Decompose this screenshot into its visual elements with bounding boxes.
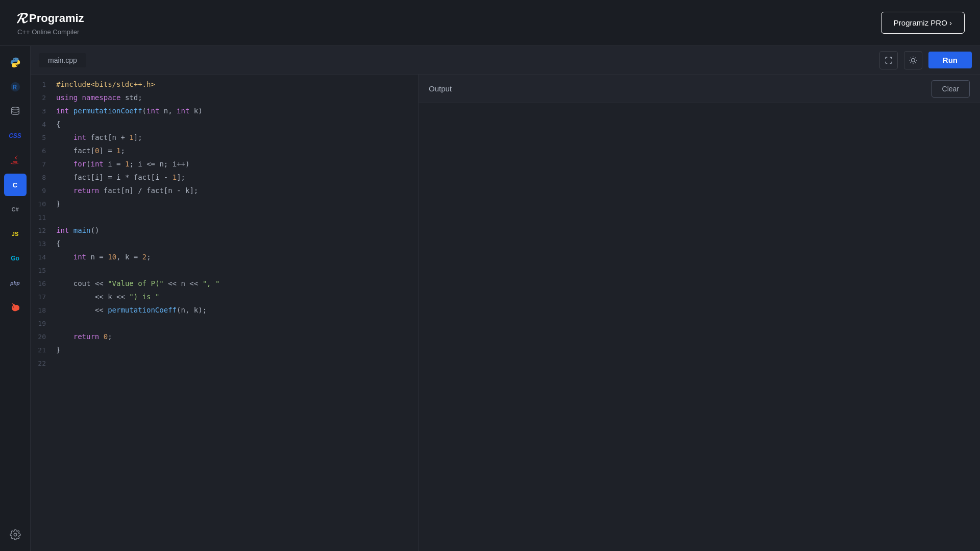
output-panel: Output Clear: [419, 75, 980, 551]
svg-point-3: [911, 58, 915, 62]
svg-text:R: R: [12, 84, 17, 91]
python-icon: [10, 57, 21, 68]
code-line-1: 1 #include<bits/stdc++.h>: [31, 80, 418, 93]
sidebar-item-python[interactable]: [4, 51, 27, 74]
sidebar-item-php[interactable]: php: [4, 272, 27, 294]
database-icon: [10, 106, 21, 117]
gear-icon: [10, 529, 21, 540]
sidebar-item-r[interactable]: R: [4, 76, 27, 98]
code-line-20: 20 return 0;: [31, 332, 418, 345]
code-line-21: 21 }: [31, 345, 418, 358]
sidebar: R CSS C C: [0, 46, 31, 551]
sidebar-item-js[interactable]: JS: [4, 223, 27, 245]
sidebar-item-go[interactable]: Go: [4, 247, 27, 270]
swift-icon: [10, 302, 21, 313]
code-line-7: 7 for(int i = 1; i <= n; i++): [31, 159, 418, 173]
sidebar-item-cpp[interactable]: C: [4, 174, 27, 196]
logo-area: 𝓡 Programiz C++ Online Compiler: [15, 10, 84, 36]
sidebar-item-settings[interactable]: [4, 523, 27, 546]
editor-area: main.cpp Run 1 #incl: [31, 46, 980, 551]
code-line-16: 16 cout << "Value of P(" << n << ", ": [31, 279, 418, 292]
code-line-13: 13 {: [31, 239, 418, 252]
go-label: Go: [11, 255, 19, 262]
js-label: JS: [12, 231, 18, 237]
php-label: php: [10, 280, 19, 286]
code-line-8: 8 fact[i] = i * fact[i - 1];: [31, 173, 418, 186]
code-line-11: 11: [31, 212, 418, 226]
code-line-18: 18 << permutationCoeff(n, k);: [31, 305, 418, 319]
code-line-14: 14 int n = 10, k = 2;: [31, 252, 418, 266]
code-line-5: 5 int fact[n + 1];: [31, 133, 418, 146]
main-layout: R CSS C C: [0, 46, 980, 551]
split-pane: 1 #include<bits/stdc++.h> 2 using namesp…: [31, 75, 980, 551]
run-button[interactable]: Run: [928, 52, 972, 68]
code-line-22: 22: [31, 358, 418, 372]
sidebar-item-csharp[interactable]: C#: [4, 198, 27, 221]
code-line-19: 19: [31, 319, 418, 332]
code-line-17: 17 << k << ") is ": [31, 292, 418, 305]
code-line-4: 4 {: [31, 119, 418, 133]
theme-toggle-button[interactable]: [904, 51, 922, 69]
r-icon: R: [10, 81, 21, 92]
pro-button[interactable]: Programiz PRO ›: [881, 12, 965, 34]
fullscreen-icon: [885, 56, 893, 64]
sidebar-item-swift[interactable]: [4, 296, 27, 319]
code-editor[interactable]: 1 #include<bits/stdc++.h> 2 using namesp…: [31, 75, 419, 551]
logo-text: Programiz: [29, 12, 84, 25]
java-icon: [10, 155, 20, 166]
sidebar-item-java[interactable]: [4, 149, 27, 172]
code-line-12: 12 int main(): [31, 226, 418, 239]
code-line-6: 6 fact[0] = 1;: [31, 146, 418, 159]
sidebar-item-sql[interactable]: [4, 100, 27, 123]
sidebar-item-css[interactable]: CSS: [4, 125, 27, 147]
output-title: Output: [429, 84, 452, 93]
output-header: Output Clear: [419, 75, 980, 103]
logo-icon: 𝓡: [15, 10, 26, 27]
clear-button[interactable]: Clear: [932, 80, 970, 98]
logo-subtitle: C++ Online Compiler: [17, 28, 84, 36]
code-line-2: 2 using namespace std;: [31, 93, 418, 106]
code-line-10: 10 }: [31, 199, 418, 212]
code-line-9: 9 return fact[n] / fact[n - k];: [31, 186, 418, 199]
cpp-label: C: [13, 181, 17, 189]
svg-point-2: [11, 107, 19, 110]
file-tab[interactable]: main.cpp: [39, 53, 86, 67]
output-content: [419, 103, 980, 551]
top-header: 𝓡 Programiz C++ Online Compiler Programi…: [0, 0, 980, 46]
csharp-label: C#: [11, 206, 18, 212]
logo-title: 𝓡 Programiz: [15, 10, 84, 27]
code-line-15: 15: [31, 266, 418, 279]
toolbar: main.cpp Run: [31, 46, 980, 75]
fullscreen-button[interactable]: [879, 51, 898, 69]
css-label: CSS: [9, 132, 21, 139]
code-line-3: 3 int permutationCoeff(int n, int k): [31, 106, 418, 119]
theme-icon: [909, 56, 917, 64]
